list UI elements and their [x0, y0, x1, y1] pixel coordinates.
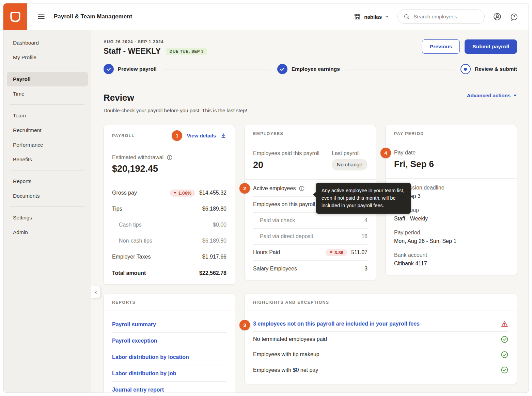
step-label: Review & submit [475, 66, 517, 72]
location-name: nabilas [364, 14, 382, 20]
sidebar-item-time[interactable]: Time [3, 86, 91, 101]
check-circle-icon [501, 366, 508, 374]
advanced-actions-button[interactable]: Advanced actions [467, 93, 517, 98]
sidebar-item-performance[interactable]: Performance [3, 137, 91, 152]
highlight-row: Employees with tip makeup [253, 347, 508, 362]
labor-distribution-location-link[interactable]: Labor distribution by location [112, 354, 189, 360]
step-number-badge-4: 4 [380, 148, 391, 158]
payroll-card-header: PAYROLL 1 View details [104, 125, 235, 146]
list-item: Payroll summary [112, 316, 226, 333]
review-header: Review Double-check your payroll before … [104, 93, 517, 113]
table-row: Tips $6,189.80 [112, 201, 226, 217]
employees-card-header: EMPLOYEES [245, 125, 376, 142]
step-complete-icon [277, 64, 287, 74]
search-box [397, 10, 485, 24]
list-item: Payroll exception [112, 333, 226, 349]
pay-date-label: Pay date [394, 150, 508, 156]
step-label: Employee earnings [292, 66, 340, 72]
search-input[interactable] [413, 14, 479, 20]
step-employee-earnings[interactable]: Employee earnings [277, 64, 340, 74]
sidebar-divider [10, 207, 84, 207]
head-actions: Previous Submit payroll [422, 39, 517, 54]
submission-deadline-field: Submission deadline Tue, Sep 3 [394, 185, 508, 199]
labor-distribution-job-link[interactable]: Labor distribution by job [112, 370, 176, 377]
table-row: Salary Employees 3 [253, 261, 367, 277]
sidebar-item-recruitment[interactable]: Recruitment [3, 123, 91, 137]
payroll-header-actions: 1 View details [172, 130, 226, 141]
table-row: Paid via check 4 [253, 213, 367, 229]
caret-down-icon [513, 94, 517, 97]
sidebar-item-team[interactable]: Team [3, 108, 91, 123]
highlight-warning-link[interactable]: 3 employees not on this payroll are incl… [253, 321, 420, 327]
advanced-actions-label: Advanced actions [467, 93, 511, 98]
step-number-badge-1: 1 [172, 130, 182, 141]
journal-entry-report-link[interactable]: Journal entry report [112, 387, 164, 393]
review-heading: Review [104, 93, 247, 103]
payroll-exception-link[interactable]: Payroll exception [112, 338, 157, 344]
sidebar-item-settings[interactable]: Settings [3, 210, 91, 225]
sidebar-item-dashboard[interactable]: Dashboard [3, 35, 91, 50]
table-row: Employer Taxes $1,917.66 [112, 249, 226, 265]
payroll-summary-link[interactable]: Payroll summary [112, 321, 156, 328]
app-title: Payroll & Team Management [54, 13, 132, 20]
submit-payroll-button[interactable]: Submit payroll [465, 39, 517, 54]
pay-group-field: Pay group Staff - Weekly [394, 207, 508, 222]
sidebar-divider [10, 170, 84, 170]
decrease-pill: 3.86 [326, 249, 347, 256]
page-title: Staff - WEEKLY [104, 47, 161, 56]
table-row: Cash tips $0.00 [112, 217, 226, 233]
svg-text:?: ? [513, 15, 515, 19]
table-row-total: Total amount $22,562.78 [112, 265, 226, 281]
sidebar-item-documents[interactable]: Documents [3, 188, 91, 203]
estimated-withdrawal-block: Estimated withdrawal $20,192.45 [104, 146, 235, 184]
topbar: Payroll & Team Management nabilas [3, 3, 529, 30]
last-payroll-block: Last payroll No change [332, 150, 367, 170]
previous-button[interactable]: Previous [422, 39, 460, 54]
topbar-right: nabilas ? [354, 10, 518, 24]
page-head-left: AUG 26 2024 - SEP 1 2024 Staff - WEEKLY … [104, 39, 207, 56]
sidebar: Dashboard My Profile Payroll Time Team R… [3, 30, 91, 393]
table-row: Hours Paid 3.86 511.07 [253, 245, 367, 261]
check-circle-icon [501, 335, 508, 343]
view-details-link[interactable]: View details [187, 133, 216, 138]
chevron-left-icon [94, 290, 98, 295]
sidebar-collapse-button[interactable] [91, 286, 100, 298]
sidebar-item-my-profile[interactable]: My Profile [3, 50, 91, 65]
step-label: Preview payroll [118, 66, 157, 72]
highlight-row-warning: 3 employees not on this payroll are incl… [253, 316, 508, 332]
table-row: Paid via direct deposit 16 [253, 229, 367, 245]
decrease-pill: 1.06% [170, 189, 195, 197]
table-row: Non-cash tips $6,189.80 [112, 233, 226, 249]
sidebar-item-reports[interactable]: Reports [3, 174, 91, 188]
sidebar-item-benefits[interactable]: Benefits [3, 152, 91, 167]
highlights-card-title: HIGHLIGHTS AND EXCEPTIONS [253, 300, 329, 305]
sidebar-item-admin[interactable]: Admin [3, 225, 91, 240]
pay-period-card-header: PAY PERIOD [386, 125, 517, 142]
bank-account-field: Bank account Citibank 4117 [394, 252, 508, 267]
reports-card-header: REPORTS [104, 294, 235, 311]
info-icon[interactable] [299, 185, 305, 192]
help-icon[interactable]: ? [510, 13, 518, 21]
location-switcher[interactable]: nabilas [354, 13, 389, 21]
pay-period-date-range: AUG 26 2024 - SEP 1 2024 [104, 39, 207, 44]
sidebar-item-payroll[interactable]: Payroll [7, 72, 88, 86]
search-icon [403, 13, 410, 20]
active-employees-tooltip: Any active employee in your team list, e… [316, 183, 411, 214]
review-header-left: Review Double-check your payroll before … [104, 93, 247, 113]
estimated-withdrawal-label-row: Estimated withdrawal [112, 154, 226, 161]
employees-card-title: EMPLOYEES [253, 131, 283, 136]
list-item: Labor distribution by job [112, 365, 226, 382]
info-icon[interactable] [167, 154, 173, 161]
step-preview-payroll[interactable]: Preview payroll [104, 64, 157, 74]
active-employees-label: Active employees [253, 185, 296, 192]
highlight-row: No terminated employees paid [253, 332, 508, 347]
pay-date-value: Fri, Sep 6 [394, 159, 508, 169]
menu-icon[interactable] [37, 12, 46, 21]
step-review-submit[interactable]: Review & submit [460, 64, 517, 74]
account-avatar-icon[interactable] [493, 12, 502, 21]
homebase-logo[interactable] [3, 3, 27, 30]
payroll-card-title: PAYROLL [112, 133, 135, 138]
download-icon[interactable] [220, 133, 226, 139]
review-subheading: Double-check your payroll before you pos… [104, 108, 247, 113]
triangle-down-icon [173, 192, 177, 194]
